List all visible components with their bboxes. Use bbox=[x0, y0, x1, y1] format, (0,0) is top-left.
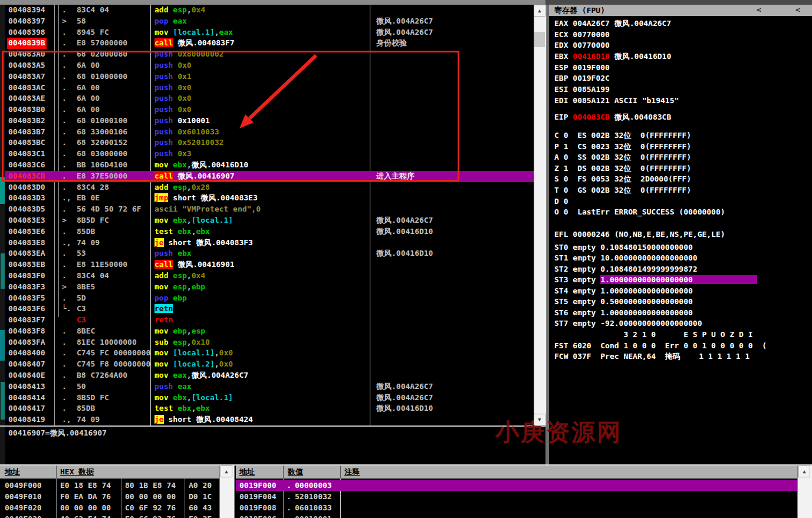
scroll-up-button[interactable]: ▲ bbox=[798, 466, 810, 477]
disasm-row[interactable]: 004083F8.8BECmov ebp,esp bbox=[5, 326, 534, 337]
disasm-row[interactable]: 004083A5.6A 00push 0x0 bbox=[5, 60, 534, 71]
collapse-left-icon[interactable]: < bbox=[757, 5, 761, 14]
disasm-row[interactable]: 004083E6.85DBtest ebx,ebx微风.00416D10 bbox=[5, 226, 534, 237]
registers-pane[interactable]: EAX 004A26C7 微风.004A26C7ECX 00770000EDX … bbox=[549, 16, 812, 464]
disasm-row[interactable]: 00408419.,74 09je short 微风.00408424 bbox=[5, 414, 534, 425]
flow-prefix: . bbox=[62, 337, 67, 348]
disasm-row[interactable]: 004083E8.,74 09je short 微风.004083F3 bbox=[5, 237, 534, 249]
disasm-row[interactable]: 004083D3.,EB 0Ejmp short 微风.004083E3 bbox=[5, 193, 534, 204]
disasm-row[interactable]: 004083CB.E8 37E50000call 微风.00416907进入主程… bbox=[5, 171, 534, 182]
token: ebx bbox=[196, 227, 209, 236]
disasm-row[interactable]: 004083F0.83C4 04add esp,0x4 bbox=[5, 270, 534, 282]
token: 0x3 bbox=[177, 149, 191, 158]
hexdump-row[interactable]: 0049F03040 62 E4 74E0 6C 92 76E0 3F bbox=[0, 513, 219, 518]
disasm-row[interactable]: 0040840E.B8 C7264A00mov eax,微风.004A26C7 bbox=[5, 370, 534, 381]
disassembly-pane[interactable]: 00408394.83C4 04add esp,0x400408397>58po… bbox=[5, 5, 534, 425]
register-line[interactable]: ESP 0019F000 bbox=[554, 62, 610, 73]
register-line[interactable]: ST2 empty 0.1084801499999999872 bbox=[554, 263, 698, 275]
disasm-row[interactable]: 004083BC.68 32000152push 0x52010032 bbox=[5, 137, 534, 149]
disasm-row[interactable]: 004083D0.83C4 28add esp,0x28 bbox=[5, 182, 534, 193]
register-line[interactable]: EBP 0019F02C bbox=[554, 72, 610, 84]
stack-row[interactable]: 0019F008.06010033 bbox=[236, 502, 797, 513]
disasm-scrollbar[interactable] bbox=[534, 5, 547, 425]
token: ESP 0019F000 bbox=[554, 63, 610, 72]
disasm-row[interactable]: 004083B0.6A 00push 0x0 bbox=[5, 104, 534, 116]
disasm-row[interactable]: 004083B2.68 01000100push 0x10001 bbox=[5, 116, 534, 127]
disasm-row[interactable]: 004083C1.68 03000000push 0x3 bbox=[5, 149, 534, 160]
disasm-row[interactable]: 00408413.50push eax微风.004A26C7 bbox=[5, 381, 534, 392]
stack-row[interactable]: 0019F000.00000003 bbox=[236, 480, 797, 491]
register-line[interactable]: C 0 ES 002B 32位 0(FFFFFFFF) bbox=[554, 130, 691, 141]
disasm-row[interactable]: 004083F6└.C3retn bbox=[5, 303, 534, 315]
token: S 0 FS 0053 32位 2D0000(FFF) bbox=[554, 174, 691, 183]
register-line[interactable]: EDI 0085A121 ASCII "b19415" bbox=[554, 95, 679, 106]
stack-header-addr[interactable]: 地址 bbox=[239, 467, 255, 477]
disasm-row[interactable]: 00408407.C745 F8 00000000mov [local.2],0… bbox=[5, 359, 534, 370]
register-line[interactable]: T 0 GS 002B 32位 0(FFFFFFFF) bbox=[554, 184, 691, 196]
scroll-up-button[interactable]: ▲ bbox=[221, 466, 232, 477]
register-line[interactable]: EFL 00000246 (NO,NB,E,BE,NS,PE,GE,LE) bbox=[554, 229, 725, 240]
stack-row[interactable]: 0019F004.52010032 bbox=[236, 491, 797, 502]
disasm-row[interactable]: 00408417.85DBtest ebx,ebx微风.00416D10 bbox=[5, 403, 534, 414]
register-line[interactable]: 3 2 1 0 E S P U O Z D I bbox=[554, 329, 753, 340]
disasm-row[interactable]: 004083AC.6A 00push 0x0 bbox=[5, 83, 534, 94]
register-line[interactable]: EDX 00770000 bbox=[554, 39, 610, 51]
register-line[interactable]: ST0 empty 0.108480150000000000 bbox=[554, 242, 693, 253]
register-line[interactable]: ECX 00770000 bbox=[554, 29, 610, 40]
disasm-row[interactable]: 004083C6.BB 106D4100mov ebx,微风.00416D10 bbox=[5, 160, 534, 171]
register-line[interactable]: FCW 037F Prec NEAR,64 掩码 1 1 1 1 1 1 bbox=[554, 351, 749, 362]
disasm-row[interactable]: 004083EA.53push ebx微风.00416D10 bbox=[5, 248, 534, 259]
register-line[interactable]: P 1 CS 0023 32位 0(FFFFFFFF) bbox=[554, 141, 691, 152]
register-line[interactable]: EIP 004083CB 微风.004083CB bbox=[554, 111, 671, 123]
dump-bytes: D0 1C bbox=[189, 491, 212, 502]
disasm-row[interactable]: 004083F5.5Dpop ebp bbox=[5, 293, 534, 304]
scroll-up-button[interactable]: ▲ bbox=[534, 5, 545, 17]
register-line[interactable]: EAX 004A26C7 微风.004A26C7 bbox=[554, 18, 671, 29]
disasm-row[interactable]: 004083AE.6A 00push 0x0 bbox=[5, 93, 534, 104]
hexdump-pane[interactable]: 0049F000E0 18 E8 7480 1B E8 74A0 200049F… bbox=[0, 479, 219, 518]
disasm-row[interactable]: 00408400.C745 FC 00000000mov [local.1],0… bbox=[5, 348, 534, 359]
register-line[interactable]: ST4 empty 1.000000000000000000 bbox=[554, 285, 693, 296]
disasm-row[interactable]: 004083B7.68 33000106push 0x6010033 bbox=[5, 127, 534, 138]
disasm-row[interactable]: 004083F3>8BE5mov esp,ebp bbox=[5, 282, 534, 293]
hexdump-row[interactable]: 0049F000E0 18 E8 7480 1B E8 74A0 20 bbox=[0, 480, 219, 491]
disasm-row[interactable]: 004083FA.81EC 10000000sub esp,0x10 bbox=[5, 337, 534, 348]
disasm-scroll-thumb[interactable] bbox=[534, 32, 545, 47]
register-line[interactable]: ESI 0085A199 bbox=[554, 84, 610, 95]
instruction-text: push 0x52010032 bbox=[154, 137, 223, 149]
disasm-row[interactable]: 004083D5.56 4D 50 72 6Fascii "VMProtect … bbox=[5, 204, 534, 215]
disasm-row[interactable]: 004083E3>8B5D FCmov ebx,[local.1]微风.004A… bbox=[5, 215, 534, 226]
register-line[interactable]: O 0 LastErr ERROR_SUCCESS (00000000) bbox=[554, 206, 725, 217]
disasm-row[interactable]: 00408414.8B5D FCmov ebx,[local.1]微风.004A… bbox=[5, 392, 534, 404]
hexdump-header-addr[interactable]: 地址 bbox=[5, 467, 20, 477]
register-line[interactable]: ST7 empty -92.000000000000000000 bbox=[554, 318, 702, 329]
disasm-row[interactable]: 00408394.83C4 04add esp,0x4 bbox=[5, 5, 534, 16]
disasm-row[interactable]: 00408397>58pop eax微风.004A26C7 bbox=[5, 16, 534, 27]
register-line[interactable]: Z 1 DS 002B 32位 0(FFFFFFFF) bbox=[554, 163, 691, 174]
disasm-row[interactable]: 004083A7.68 01000000push 0x1 bbox=[5, 71, 534, 83]
stack-pane[interactable]: 0019F000.000000030019F004.520100320019F0… bbox=[236, 479, 797, 518]
register-line[interactable]: ST6 empty 1.000000000000000000 bbox=[554, 307, 693, 318]
disasm-row[interactable]: 0040839B.E8 57000000call 微风.004083F7身份校验 bbox=[5, 38, 534, 49]
scroll-down-button[interactable]: ▼ bbox=[534, 414, 545, 425]
disasm-row[interactable]: 004083EB.E8 11E50000call 微风.00416901 bbox=[5, 259, 534, 270]
register-line[interactable]: A 0 SS 002B 32位 0(FFFFFFFF) bbox=[554, 151, 691, 163]
hexdump-header-data[interactable]: HEX 数据 bbox=[60, 467, 94, 477]
register-line[interactable]: ST1 empty 10.000000000000000000 bbox=[554, 252, 698, 263]
stack-header-comment[interactable]: 注释 bbox=[344, 467, 360, 477]
disasm-row[interactable]: 00408398.8945 FCmov [local.1],eax微风.004A… bbox=[5, 27, 534, 38]
instruction-address: 004083CB bbox=[7, 171, 47, 182]
register-line[interactable]: ST3 empty 1.000000000000000000 bbox=[554, 274, 757, 285]
register-line[interactable]: EBX 00416D10 微风.00416D10 bbox=[554, 51, 671, 62]
register-line[interactable]: D 0 bbox=[554, 196, 568, 207]
register-line[interactable]: S 0 FS 0053 32位 2D0000(FFF) bbox=[554, 173, 691, 184]
stack-header-value[interactable]: 数值 bbox=[288, 467, 303, 477]
hexdump-row[interactable]: 0049F02000 00 00 00C0 6F 92 7660 43 bbox=[0, 502, 219, 513]
disasm-row[interactable]: 004083A0.68 02000080push 0x80000002 bbox=[5, 49, 534, 60]
hexdump-row[interactable]: 0049F010F0 EA DA 7600 00 00 00D0 1C bbox=[0, 491, 219, 502]
collapse-right-icon[interactable]: < bbox=[795, 5, 800, 14]
register-line[interactable]: FST 6020 Cond 1 0 0 0 Err 0 0 1 0 0 0 0 … bbox=[554, 340, 767, 351]
register-line[interactable]: ST5 empty 0.500000000000000000 bbox=[554, 296, 693, 307]
disasm-row[interactable]: 004083F7C3retn bbox=[5, 315, 534, 326]
stack-row[interactable]: 0019F00C.00010001 bbox=[236, 513, 797, 518]
